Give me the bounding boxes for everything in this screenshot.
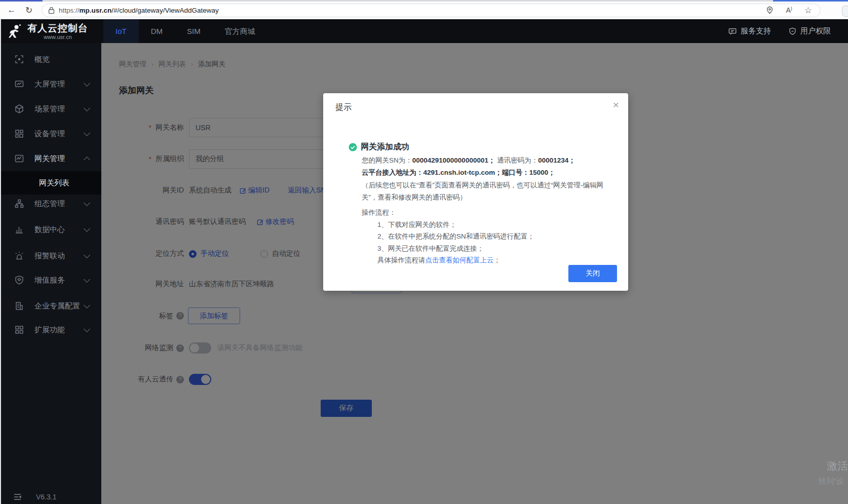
device-icon [14, 129, 24, 139]
watermark-line1: 激活 [827, 459, 848, 473]
chevron-down-icon [84, 130, 90, 136]
shield-icon [788, 27, 797, 36]
chevron-down-icon [84, 302, 90, 308]
chevron-down-icon [84, 105, 90, 111]
service-support[interactable]: 服务支持 [728, 26, 771, 36]
sidebar-label: 网关管理 [34, 154, 65, 164]
tab-dm[interactable]: DM [139, 19, 175, 43]
tab-iot[interactable]: IoT [103, 19, 139, 43]
tab-official-store[interactable]: 官方商城 [213, 19, 267, 43]
sidebar-item-gateway-mgmt[interactable]: 网关管理 [0, 146, 101, 171]
sidebar-label: 概览 [34, 55, 50, 64]
refresh-icon[interactable]: ↻ [20, 5, 37, 16]
back-icon[interactable]: ← [3, 5, 20, 15]
scene-icon [14, 104, 24, 114]
sidebar-item-value-services[interactable]: 增值服务 [0, 268, 101, 292]
success-check-icon [349, 143, 357, 151]
chevron-down-icon [84, 200, 90, 206]
tab-accent-right [773, 0, 848, 2]
sidebar-label: 数据中心 [34, 225, 65, 235]
sidebar: 概览 大屏管理 场景管理 设备管理 [0, 43, 101, 504]
chevron-down-icon [84, 252, 90, 258]
sidebar-label: 设备管理 [34, 129, 65, 139]
sidebar-label: 场景管理 [34, 104, 65, 114]
overview-icon [14, 54, 24, 64]
dialog-body: 您的网关SN为：00004291000000000001； 通讯密码为：0000… [362, 154, 606, 266]
tab-sim[interactable]: SIM [175, 19, 213, 43]
user-permission-label: 用户权限 [800, 26, 831, 36]
brand-logo[interactable]: 有人云控制台 www.usr.cn [7, 23, 96, 40]
app-version: V6.3.1 [36, 493, 56, 501]
pwd-value: 00001234； [538, 157, 575, 164]
sidebar-item-overview[interactable]: 概览 [0, 47, 101, 71]
chevron-down-icon [84, 225, 90, 232]
sidebar-item-alarm-linkage[interactable]: 报警联动 [0, 244, 101, 268]
detail-line: 具体操作流程请点击查看如何配置上云； [377, 254, 606, 266]
read-aloud-icon[interactable]: A) [786, 6, 792, 14]
gateway-icon [14, 153, 24, 164]
product-tabs: IoT DM SIM 官方商城 [103, 19, 267, 43]
sidebar-item-device-mgmt[interactable]: 设备管理 [0, 122, 101, 146]
url-text[interactable]: https://mp.usr.cn/#/cloud/gateway/ViewAd… [59, 7, 766, 14]
chevron-down-icon [84, 326, 90, 332]
sidebar-label: 组态管理 [34, 199, 65, 209]
brand-title: 有人云控制台 [27, 23, 88, 34]
chevron-up-icon [84, 157, 90, 163]
url-scheme: https:// [59, 7, 80, 14]
chevron-down-icon [84, 276, 90, 283]
brand-subtitle: www.usr.cn [27, 34, 88, 40]
server-line: 云平台接入地址为：4291.cnsh.iot-tcp.com；端口号：15000… [362, 167, 606, 179]
success-dialog: 提示 × 网关添加成功 您的网关SN为：00004291000000000001… [323, 93, 628, 291]
sidebar-label: 增值服务 [34, 276, 65, 285]
activation-watermark: 激活 转到“设 [819, 459, 848, 486]
window-left-edge [0, 19, 1, 504]
collapse-sidebar-icon[interactable] [13, 493, 22, 501]
address-bar[interactable]: https://mp.usr.cn/#/cloud/gateway/ViewAd… [42, 4, 821, 17]
tab-accent-left [0, 0, 43, 2]
sidebar-label: 大屏管理 [34, 80, 65, 89]
step-3: 3、网关已在软件中配置完成连接； [377, 243, 606, 255]
alarm-icon [14, 251, 24, 261]
chevron-down-icon [84, 80, 90, 87]
browser-toolbar: ← ↻ https://mp.usr.cn/#/cloud/gateway/Vi… [0, 2, 848, 19]
sn-line: 您的网关SN为：00004291000000000001； 通讯密码为：0000… [362, 154, 606, 167]
sidebar-label: 报警联动 [34, 251, 65, 261]
sn-value: 00004291000000000001； [412, 157, 495, 164]
url-path: /#/cloud/gateway/ViewAddGateway [111, 7, 218, 14]
sidebar-item-configurator[interactable]: 组态管理 [0, 191, 101, 216]
step-1: 1、下载对应网关的软件； [377, 219, 606, 231]
lock-icon[interactable] [48, 7, 55, 14]
sidebar-item-scene-mgmt[interactable]: 场景管理 [0, 97, 101, 121]
close-button[interactable]: 关闭 [568, 265, 617, 282]
usr-person-logo-icon [7, 23, 23, 40]
window-top-edge [0, 0, 848, 2]
enterprise-icon [14, 301, 24, 311]
user-permission[interactable]: 用户权限 [788, 26, 831, 36]
sidebar-item-extensions[interactable]: 扩展功能 [0, 318, 101, 342]
sidebar-item-enterprise-config[interactable]: 企业专属配置 [0, 294, 101, 318]
browser-profile-partial[interactable] [842, 6, 848, 17]
value-service-icon [14, 275, 24, 285]
flow-title: 操作流程： [362, 207, 606, 219]
success-title: 网关添加成功 [361, 142, 409, 152]
app-topbar: 有人云控制台 www.usr.cn IoT DM SIM 官方商城 服务支持 用… [0, 19, 848, 43]
how-to-configure-link[interactable]: 点击查看如何配置上云 [426, 256, 494, 264]
watermark-line2: 转到“设 [819, 477, 848, 486]
service-support-label: 服务支持 [741, 26, 771, 36]
step-2: 2、在软件中把系统分配的SN和通讯密码进行配置； [377, 230, 606, 243]
extension-icon [14, 325, 24, 335]
chat-bubble-icon [728, 27, 737, 36]
sidebar-label: 企业专属配置 [34, 301, 80, 311]
location-pin-icon[interactable] [766, 6, 774, 14]
sidebar-item-data-center[interactable]: 数据中心 [0, 217, 101, 242]
favorites-star-icon[interactable]: ☆ [804, 5, 812, 16]
close-icon[interactable]: × [613, 99, 619, 110]
url-host: mp.usr.cn [80, 7, 112, 14]
note-line: （后续您也可以在“查看”页面查看网关的通讯密码，也可以通过“网关管理-编辑网关”… [362, 179, 606, 203]
data-center-icon [14, 224, 24, 235]
configurator-icon [14, 199, 24, 209]
dialog-title: 提示 [335, 102, 352, 113]
sidebar-item-screen-mgmt[interactable]: 大屏管理 [0, 72, 101, 96]
screen-icon [14, 79, 24, 89]
sidebar-label: 扩展功能 [34, 325, 65, 335]
